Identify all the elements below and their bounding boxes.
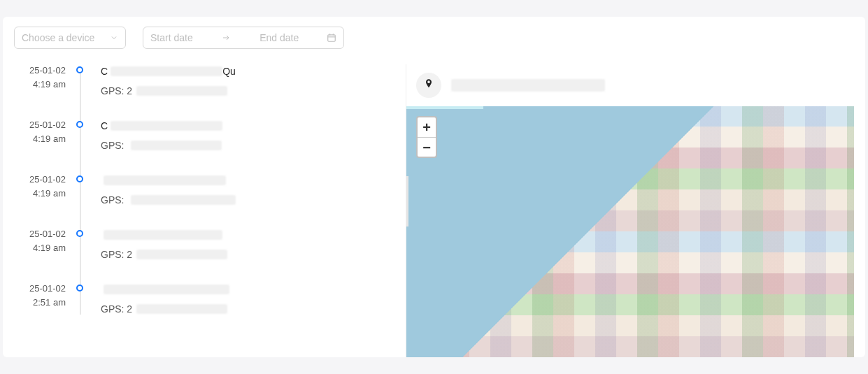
- timeline-gps: GPS:: [101, 194, 392, 206]
- filter-bar: Choose a device Start date End date: [14, 27, 854, 49]
- redacted-text: [104, 285, 229, 294]
- timeline-date: 25-01-02: [14, 119, 66, 131]
- redacted-address: [451, 79, 605, 92]
- map-canvas[interactable]: + −: [406, 106, 854, 357]
- main-panel: Choose a device Start date End date: [3, 17, 865, 357]
- timeline: 25-01-02 4:19 am C Qu GPS:: [14, 64, 406, 315]
- end-date-placeholder: End date: [259, 32, 299, 43]
- timeline-title: [101, 173, 392, 187]
- calendar-icon: [327, 33, 336, 43]
- redacted-text: [111, 121, 222, 131]
- timeline-dot-icon: [76, 230, 83, 237]
- timeline-date: 25-01-02: [14, 173, 66, 186]
- timeline-gps: GPS: 2: [101, 85, 392, 96]
- timeline-time: 4:19 am: [14, 78, 66, 91]
- timeline-item[interactable]: 25-01-02 4:19 am GPS: 2: [14, 228, 392, 260]
- device-select-placeholder: Choose a device: [22, 32, 94, 43]
- timeline-time: 4:19 am: [14, 133, 66, 145]
- timeline-datetime: 25-01-02 4:19 am: [14, 119, 71, 151]
- map-scrollbar[interactable]: [406, 176, 408, 226]
- redacted-text: [104, 230, 222, 240]
- timeline-title: [101, 228, 392, 242]
- timeline-gps: GPS: 2: [101, 249, 392, 260]
- timeline-item[interactable]: 25-01-02 4:19 am GPS:: [14, 173, 392, 206]
- map-tiles-blurred: [406, 106, 854, 357]
- timeline-title: C: [101, 119, 392, 133]
- device-select[interactable]: Choose a device: [14, 27, 126, 49]
- timeline-datetime: 25-01-02 4:19 am: [14, 173, 71, 206]
- timeline-time: 4:19 am: [14, 242, 66, 254]
- start-date-placeholder: Start date: [150, 32, 193, 43]
- timeline-time: 4:19 am: [14, 187, 66, 200]
- zoom-control: + −: [416, 116, 437, 158]
- timeline-datetime: 25-01-02 4:19 am: [14, 228, 71, 260]
- timeline-item[interactable]: 25-01-02 4:19 am C GPS:: [14, 119, 392, 151]
- timeline-datetime: 25-01-02 4:19 am: [14, 64, 71, 96]
- timeline-datetime: 25-01-02 2:51 am: [14, 282, 71, 315]
- chevron-down-icon: [110, 34, 118, 42]
- redacted-text: [131, 195, 236, 205]
- redacted-text: [136, 250, 227, 259]
- timeline-title: C Qu: [101, 64, 392, 78]
- map-loading-bar: [406, 106, 483, 109]
- zoom-in-button[interactable]: +: [418, 117, 436, 137]
- redacted-text: [104, 175, 226, 185]
- timeline-time: 2:51 am: [14, 296, 66, 309]
- date-range-picker[interactable]: Start date End date: [143, 27, 344, 49]
- map-pin-icon: [423, 78, 434, 92]
- svg-rect-1: [328, 35, 336, 41]
- timeline-date: 25-01-02: [14, 282, 66, 295]
- timeline-item[interactable]: 25-01-02 4:19 am C Qu GPS:: [14, 64, 392, 96]
- timeline-gps: GPS: 2: [101, 303, 392, 315]
- timeline-dot-icon: [76, 66, 83, 73]
- timeline-gps: GPS:: [101, 140, 392, 151]
- redacted-text: [136, 304, 227, 314]
- timeline-dot-icon: [76, 121, 83, 128]
- zoom-out-button[interactable]: −: [418, 137, 436, 157]
- timeline-title: [101, 282, 392, 296]
- timeline-item[interactable]: 25-01-02 2:51 am GPS: 2: [14, 282, 392, 315]
- timeline-dot-icon: [76, 175, 83, 182]
- map-header: [406, 64, 854, 106]
- timeline-dot-icon: [76, 285, 83, 292]
- redacted-text: [136, 86, 227, 96]
- map-column: + −: [406, 64, 854, 357]
- redacted-text: [111, 66, 222, 76]
- arrow-right-icon: [220, 34, 232, 42]
- timeline-column: 25-01-02 4:19 am C Qu GPS:: [14, 64, 406, 357]
- map-pin-badge: [416, 73, 441, 98]
- timeline-date: 25-01-02: [14, 64, 66, 77]
- redacted-text: [131, 141, 222, 150]
- timeline-date: 25-01-02: [14, 228, 66, 240]
